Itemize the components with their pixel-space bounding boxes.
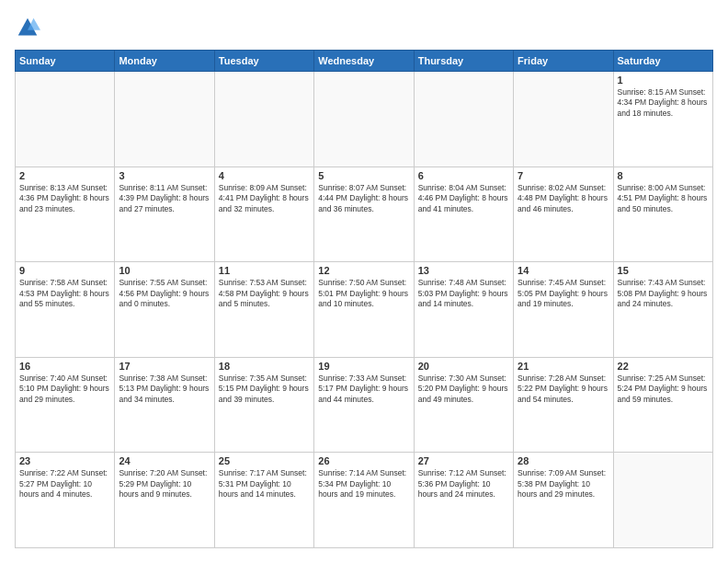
day-number: 25 [219,455,310,466]
calendar-week-row: 23Sunrise: 7:22 AM Sunset: 5:27 PM Dayli… [16,453,713,548]
calendar-cell: 2Sunrise: 8:13 AM Sunset: 4:36 PM Daylig… [16,167,115,262]
day-info: Sunrise: 7:09 AM Sunset: 5:38 PM Dayligh… [518,468,609,500]
day-info: Sunrise: 8:09 AM Sunset: 4:41 PM Dayligh… [219,183,310,214]
calendar-cell [16,72,115,167]
calendar-cell: 9Sunrise: 7:58 AM Sunset: 4:53 PM Daylig… [16,262,115,358]
calendar-cell: 12Sunrise: 7:50 AM Sunset: 5:01 PM Dayli… [314,262,414,358]
day-info: Sunrise: 7:43 AM Sunset: 5:08 PM Dayligh… [618,278,709,309]
day-info: Sunrise: 7:50 AM Sunset: 5:01 PM Dayligh… [318,278,409,309]
calendar-cell: 19Sunrise: 7:33 AM Sunset: 5:17 PM Dayli… [314,357,414,453]
calendar-cell [514,72,613,167]
day-number: 24 [119,455,210,466]
calendar-week-row: 2Sunrise: 8:13 AM Sunset: 4:36 PM Daylig… [16,167,713,262]
calendar-cell: 14Sunrise: 7:45 AM Sunset: 5:05 PM Dayli… [514,262,613,358]
calendar-cell: 15Sunrise: 7:43 AM Sunset: 5:08 PM Dayli… [613,262,712,358]
calendar-cell: 27Sunrise: 7:12 AM Sunset: 5:36 PM Dayli… [414,453,513,548]
calendar-cell: 16Sunrise: 7:40 AM Sunset: 5:10 PM Dayli… [16,357,115,453]
calendar-cell: 21Sunrise: 7:28 AM Sunset: 5:22 PM Dayli… [514,357,613,453]
logo [15,15,42,40]
day-info: Sunrise: 7:22 AM Sunset: 5:27 PM Dayligh… [19,468,110,500]
day-number: 4 [219,170,310,181]
day-number: 6 [418,170,509,181]
day-info: Sunrise: 7:38 AM Sunset: 5:13 PM Dayligh… [119,373,210,405]
day-number: 16 [19,361,110,372]
day-info: Sunrise: 8:13 AM Sunset: 4:36 PM Dayligh… [19,183,110,214]
day-info: Sunrise: 7:33 AM Sunset: 5:17 PM Dayligh… [318,373,409,405]
day-number: 18 [219,361,310,372]
day-number: 22 [618,361,709,372]
calendar-cell: 25Sunrise: 7:17 AM Sunset: 5:31 PM Dayli… [214,453,313,548]
calendar-cell: 20Sunrise: 7:30 AM Sunset: 5:20 PM Dayli… [414,357,513,453]
day-info: Sunrise: 7:35 AM Sunset: 5:15 PM Dayligh… [219,373,310,405]
calendar-cell: 13Sunrise: 7:48 AM Sunset: 5:03 PM Dayli… [414,262,513,358]
day-number: 9 [19,265,110,276]
day-info: Sunrise: 8:07 AM Sunset: 4:44 PM Dayligh… [318,183,409,214]
day-info: Sunrise: 7:20 AM Sunset: 5:29 PM Dayligh… [119,468,210,500]
calendar-cell [214,72,313,167]
day-info: Sunrise: 7:48 AM Sunset: 5:03 PM Dayligh… [418,278,509,309]
day-number: 3 [119,170,210,181]
day-info: Sunrise: 7:58 AM Sunset: 4:53 PM Dayligh… [19,278,110,309]
calendar-cell: 18Sunrise: 7:35 AM Sunset: 5:15 PM Dayli… [214,357,313,453]
day-number: 13 [418,265,509,276]
day-number: 10 [119,265,210,276]
weekday-header: Monday [115,51,214,72]
calendar-cell: 6Sunrise: 8:04 AM Sunset: 4:46 PM Daylig… [414,167,513,262]
day-info: Sunrise: 8:15 AM Sunset: 4:34 PM Dayligh… [618,87,709,119]
calendar-cell [115,72,214,167]
day-info: Sunrise: 7:40 AM Sunset: 5:10 PM Dayligh… [19,373,110,405]
weekday-header: Thursday [414,51,513,72]
day-info: Sunrise: 7:17 AM Sunset: 5:31 PM Dayligh… [219,468,310,500]
calendar-cell [314,72,414,167]
weekday-header-row: SundayMondayTuesdayWednesdayThursdayFrid… [16,51,713,72]
day-number: 8 [618,170,709,181]
calendar-cell: 23Sunrise: 7:22 AM Sunset: 5:27 PM Dayli… [16,453,115,548]
page: SundayMondayTuesdayWednesdayThursdayFrid… [0,0,728,563]
calendar-cell: 3Sunrise: 8:11 AM Sunset: 4:39 PM Daylig… [115,167,214,262]
day-number: 20 [418,361,509,372]
day-number: 11 [219,265,310,276]
calendar-cell: 24Sunrise: 7:20 AM Sunset: 5:29 PM Dayli… [115,453,214,548]
day-number: 17 [119,361,210,372]
header [15,15,713,40]
day-info: Sunrise: 7:14 AM Sunset: 5:34 PM Dayligh… [318,468,409,500]
day-info: Sunrise: 7:12 AM Sunset: 5:36 PM Dayligh… [418,468,509,500]
day-number: 7 [518,170,609,181]
weekday-header: Sunday [16,51,115,72]
day-number: 12 [318,265,409,276]
calendar-cell: 26Sunrise: 7:14 AM Sunset: 5:34 PM Dayli… [314,453,414,548]
calendar-cell: 1Sunrise: 8:15 AM Sunset: 4:34 PM Daylig… [613,72,712,167]
calendar-cell: 4Sunrise: 8:09 AM Sunset: 4:41 PM Daylig… [214,167,313,262]
calendar-cell: 22Sunrise: 7:25 AM Sunset: 5:24 PM Dayli… [613,357,712,453]
logo-icon [15,15,40,40]
calendar-cell [613,453,712,548]
calendar-cell: 7Sunrise: 8:02 AM Sunset: 4:48 PM Daylig… [514,167,613,262]
day-info: Sunrise: 8:00 AM Sunset: 4:51 PM Dayligh… [618,183,709,214]
day-number: 5 [318,170,409,181]
day-number: 23 [19,455,110,466]
calendar-week-row: 9Sunrise: 7:58 AM Sunset: 4:53 PM Daylig… [16,262,713,358]
day-info: Sunrise: 8:04 AM Sunset: 4:46 PM Dayligh… [418,183,509,214]
day-number: 28 [518,455,609,466]
calendar-cell: 8Sunrise: 8:00 AM Sunset: 4:51 PM Daylig… [613,167,712,262]
day-info: Sunrise: 7:25 AM Sunset: 5:24 PM Dayligh… [618,373,709,405]
day-number: 2 [19,170,110,181]
weekday-header: Saturday [613,51,712,72]
calendar-cell: 5Sunrise: 8:07 AM Sunset: 4:44 PM Daylig… [314,167,414,262]
day-number: 14 [518,265,609,276]
calendar-cell: 11Sunrise: 7:53 AM Sunset: 4:58 PM Dayli… [214,262,313,358]
weekday-header: Friday [514,51,613,72]
weekday-header: Tuesday [214,51,313,72]
day-info: Sunrise: 7:55 AM Sunset: 4:56 PM Dayligh… [119,278,210,309]
day-info: Sunrise: 7:45 AM Sunset: 5:05 PM Dayligh… [518,278,609,309]
calendar-cell [414,72,513,167]
day-info: Sunrise: 7:30 AM Sunset: 5:20 PM Dayligh… [418,373,509,405]
calendar-week-row: 16Sunrise: 7:40 AM Sunset: 5:10 PM Dayli… [16,357,713,453]
calendar-table: SundayMondayTuesdayWednesdayThursdayFrid… [15,50,713,548]
day-info: Sunrise: 8:02 AM Sunset: 4:48 PM Dayligh… [518,183,609,214]
day-number: 27 [418,455,509,466]
day-number: 21 [518,361,609,372]
day-number: 15 [618,265,709,276]
day-info: Sunrise: 7:53 AM Sunset: 4:58 PM Dayligh… [219,278,310,309]
weekday-header: Wednesday [314,51,414,72]
